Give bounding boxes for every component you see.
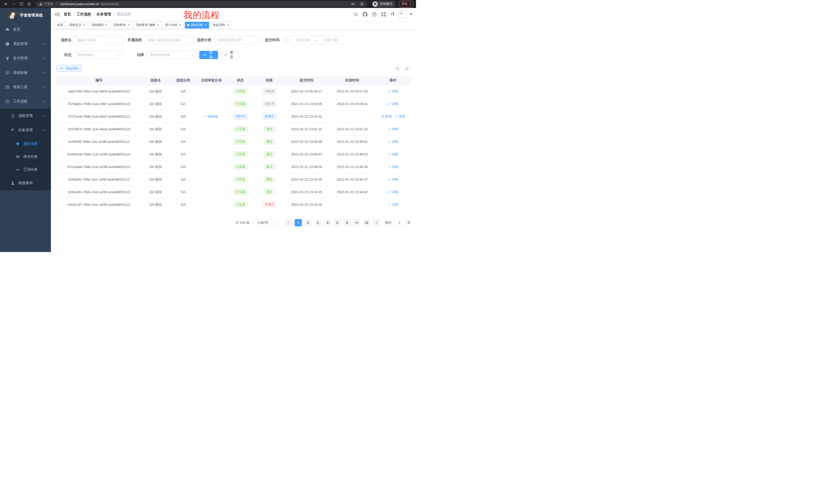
cell-process-id: 3ad174fb-7b9d-11ec-8404-acde48001122 <box>57 85 141 97</box>
detail-link[interactable]: 详情 <box>388 190 398 194</box>
search-button[interactable]: 搜索 <box>199 51 218 59</box>
bookmark-star-icon[interactable] <box>359 2 364 6</box>
page-size-select[interactable]: 10条/页 <box>254 219 279 226</box>
browser-menu-icon[interactable] <box>410 2 411 6</box>
tab-label: 发起流程 <box>213 23 225 27</box>
page-button-2[interactable]: 2 <box>305 219 312 226</box>
detail-link[interactable]: 详情 <box>388 139 398 144</box>
browser-update-button[interactable]: 更新 <box>398 1 413 7</box>
detail-link[interactable]: 详情 <box>388 177 398 182</box>
cell-current-task <box>197 198 226 211</box>
toolbox-icon <box>5 85 9 89</box>
goto-page-input[interactable] <box>394 219 405 226</box>
process-definition-input[interactable] <box>144 36 194 44</box>
key-icon[interactable] <box>351 2 355 6</box>
address-bar[interactable]: 不安全 dashboard.yudao.iocoder.cn/bpm/task/… <box>35 1 367 7</box>
sidebar-item-home[interactable]: 首页 <box>0 22 51 37</box>
page-ellipsis-button[interactable]: ••• <box>353 219 361 226</box>
page-button-11[interactable]: 11 <box>363 219 370 226</box>
create-process-button[interactable]: ＋ 发起流程 <box>57 65 81 72</box>
sidebar-item-todo-tasks[interactable]: 待办任务 <box>0 150 51 163</box>
sidebar-item-process-mgmt[interactable]: 流程管理 <box>0 109 51 123</box>
tab-close-icon[interactable]: ✕ <box>105 23 107 27</box>
detail-link[interactable]: 详情 <box>388 152 398 157</box>
detail-link[interactable]: 详情 <box>388 202 398 207</box>
tab-我的流程[interactable]: 我的流程✕ <box>185 22 209 29</box>
process-table: 编号流程名流程分类当前审批任务状态结果提交时间结束时间操作 3ad174fb-7… <box>57 76 411 211</box>
tab-流程定义[interactable]: 流程定义✕ <box>67 22 88 29</box>
tab-close-icon[interactable]: ✕ <box>83 23 85 27</box>
sidebar-item-devtools[interactable]: 研发工具 <box>0 80 51 94</box>
reset-button[interactable]: 重置 <box>220 51 238 59</box>
detail-link[interactable]: 详情 <box>388 102 398 106</box>
url-host[interactable]: dashboard.yudao.iocoder.cn <box>60 2 99 6</box>
tab-首页[interactable]: 首页 <box>55 22 66 29</box>
breadcrumb-item[interactable]: 工作流程 <box>77 12 91 17</box>
sidebar-item-done-tasks[interactable]: 已办任务 <box>0 163 51 176</box>
tab-close-icon[interactable]: ✕ <box>157 23 159 27</box>
detail-link[interactable]: 详情 <box>388 127 398 132</box>
tab-close-icon[interactable]: ✕ <box>227 23 229 27</box>
show-search-toggle-button[interactable] <box>394 65 401 72</box>
sidebar-item-infra[interactable]: 基础设施 <box>0 65 51 80</box>
cell-process-name: OA 请假 <box>141 148 170 161</box>
current-task-link[interactable]: 一级审批 <box>205 115 218 118</box>
fullscreen-icon[interactable] <box>381 12 386 17</box>
page-button-5[interactable]: 5 <box>334 219 341 226</box>
browser-home-icon[interactable] <box>26 1 32 7</box>
avatar[interactable] <box>399 10 407 18</box>
sidebar-item-workflow[interactable]: 工作流程 <box>0 94 51 109</box>
app-logo-row[interactable]: 芋道管理系统 <box>0 8 51 22</box>
sidebar-item-my-process[interactable]: 我的流程 <box>0 137 51 150</box>
prev-page-button[interactable] <box>285 219 292 226</box>
avatar-caret-icon[interactable] <box>410 13 412 15</box>
end-date-placeholder[interactable]: 结束日期 <box>319 38 342 43</box>
github-icon[interactable] <box>363 12 367 17</box>
tab-发起流程[interactable]: 发起流程✕ <box>210 22 231 29</box>
page-button-4[interactable]: 4 <box>324 219 331 226</box>
tab-流程表单-编辑[interactable]: 流程表单-编辑✕ <box>133 22 161 29</box>
tab-流程表单[interactable]: 流程表单✕ <box>111 22 132 29</box>
page-button-3[interactable]: 3 <box>314 219 321 226</box>
sidebar-collapse-icon[interactable] <box>51 8 64 21</box>
sidebar-item-payment[interactable]: 支付管理 <box>0 51 51 65</box>
tab-close-icon[interactable]: ✕ <box>127 23 130 27</box>
browser-forward-icon[interactable] <box>10 1 17 7</box>
cell-status: 已完成 <box>226 97 255 110</box>
process-name-input[interactable] <box>74 36 124 44</box>
detail-link[interactable]: 详情 <box>388 89 398 94</box>
result-select[interactable]: 请选择流结果 <box>147 51 197 59</box>
page-button-1[interactable]: 1 <box>295 219 302 226</box>
cancel-link[interactable]: 取消 <box>381 114 392 119</box>
detail-link[interactable]: 详情 <box>394 114 405 119</box>
breadcrumb-item[interactable]: 任务管理 <box>97 12 111 17</box>
tab-close-icon[interactable]: ✕ <box>204 23 207 27</box>
start-date-placeholder[interactable]: 开始日期 <box>291 38 314 43</box>
search-icon[interactable] <box>354 12 358 17</box>
tab-用户分组[interactable]: 用户分组✕ <box>163 22 184 29</box>
tab-close-icon[interactable]: ✕ <box>179 23 181 27</box>
submit-time-range-picker[interactable]: 开始日期 - 结束日期 <box>283 36 345 44</box>
page-button-6[interactable]: 6 <box>343 219 351 226</box>
tab-流程模型[interactable]: 流程模型✕ <box>89 22 110 29</box>
status-select[interactable]: 请选择状态 <box>74 51 124 59</box>
breadcrumb-item[interactable]: 首页 <box>64 12 71 17</box>
help-icon[interactable] <box>372 12 377 17</box>
process-category-select[interactable]: 请选择流程分类 <box>215 36 261 44</box>
security-label[interactable]: 不安全 <box>44 2 53 6</box>
insecure-warning-icon[interactable] <box>38 2 43 6</box>
browser-back-icon[interactable] <box>3 1 9 7</box>
sidebar-item-system[interactable]: 系统管理 <box>0 37 51 51</box>
next-page-button[interactable] <box>373 219 380 226</box>
url-path[interactable]: /bpm/task/my <box>101 2 119 6</box>
status-badge: 已完成 <box>233 176 248 183</box>
refresh-table-button[interactable] <box>404 65 411 72</box>
detail-link[interactable]: 详情 <box>388 165 398 169</box>
update-label[interactable]: 更新 <box>401 2 408 6</box>
sidebar-item-task-mgmt[interactable]: 任务管理 <box>0 123 51 137</box>
sidebar-item-leave-query[interactable]: 请假查询 <box>0 176 51 190</box>
font-size-icon[interactable]: TT <box>391 12 394 17</box>
table-toolbar: ＋ 发起流程 <box>57 65 411 72</box>
browser-refresh-icon[interactable] <box>18 1 25 7</box>
edit-icon <box>388 203 391 206</box>
